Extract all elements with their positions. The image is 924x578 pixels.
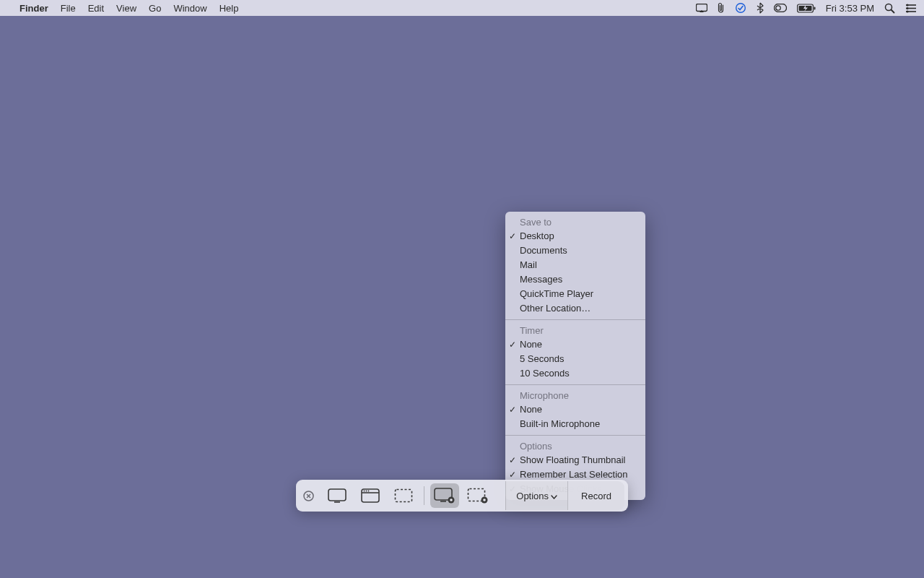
menu-item-label: Mail [520, 259, 537, 270]
menu-item-timer-10s[interactable]: 10 Seconds [505, 366, 645, 381]
screen-mirroring-icon[interactable] [696, 4, 707, 13]
svg-point-32 [483, 499, 486, 501]
record-selection-button[interactable] [463, 483, 492, 508]
menu-section-timer: Timer [505, 324, 645, 337]
svg-point-13 [906, 7, 908, 9]
capture-selection-button[interactable] [389, 483, 418, 508]
svg-rect-30 [468, 489, 485, 501]
menu-item-save-other[interactable]: Other Location… [505, 301, 645, 316]
svg-point-15 [304, 491, 313, 501]
svg-rect-25 [396, 490, 412, 502]
svg-point-14 [906, 10, 908, 12]
bluetooth-icon[interactable] [757, 2, 764, 14]
svg-point-23 [366, 491, 367, 492]
svg-rect-20 [362, 489, 379, 502]
window-icon [361, 488, 380, 503]
menu-file[interactable]: File [61, 3, 76, 14]
menu-section-microphone: Microphone [505, 389, 645, 402]
menubar: Finder File Edit View Go Window Help Fri… [0, 0, 924, 16]
check-icon: ✓ [509, 338, 516, 351]
check-icon: ✓ [509, 403, 516, 416]
svg-rect-26 [435, 488, 452, 500]
options-button[interactable]: Options [505, 481, 567, 510]
menu-divider [505, 435, 645, 436]
svg-rect-0 [696, 4, 707, 11]
toolbar-separator [424, 486, 424, 505]
menu-item-timer-5s[interactable]: 5 Seconds [505, 352, 645, 366]
screenshot-toolbar: Options Record [296, 480, 628, 512]
menu-item-label: 5 Seconds [520, 353, 564, 364]
menu-item-label: Remember Last Selection [520, 469, 628, 480]
menu-item-save-quicktime[interactable]: QuickTime Player [505, 287, 645, 301]
svg-point-31 [481, 497, 488, 504]
menu-divider [505, 319, 645, 320]
svg-point-1 [736, 4, 746, 13]
menu-item-label: None [520, 339, 542, 350]
svg-point-24 [368, 491, 370, 492]
screenshot-options-menu: Save to ✓Desktop Documents Mail Messages… [505, 212, 645, 500]
sync-icon[interactable] [735, 2, 746, 14]
menu-section-save-to: Save to [505, 215, 645, 229]
menu-item-label: None [520, 404, 542, 415]
menu-section-options: Options [505, 439, 645, 453]
menu-item-label: Documents [520, 245, 567, 256]
menu-item-label: Other Location… [520, 303, 590, 314]
menu-item-label: Built-in Microphone [520, 418, 600, 429]
capture-entire-screen-button[interactable] [323, 483, 352, 508]
menu-item-label: 10 Seconds [520, 368, 570, 379]
svg-line-8 [892, 9, 894, 12]
record-label: Record [581, 491, 611, 501]
svg-point-7 [886, 4, 892, 10]
selection-icon [394, 488, 413, 503]
menu-item-floating-thumbnail[interactable]: ✓Show Floating Thumbnail [505, 453, 645, 467]
menu-item-timer-none[interactable]: ✓None [505, 337, 645, 352]
capture-mode-group [318, 483, 422, 508]
svg-line-17 [307, 494, 310, 498]
app-name[interactable]: Finder [19, 3, 48, 14]
menu-item-save-documents[interactable]: Documents [505, 243, 645, 258]
check-icon: ✓ [509, 230, 516, 243]
options-label: Options [516, 491, 549, 501]
svg-point-29 [450, 499, 453, 501]
menu-item-save-desktop[interactable]: ✓Desktop [505, 229, 645, 243]
record-selection-icon [467, 488, 489, 504]
menu-window[interactable]: Window [173, 3, 206, 14]
record-entire-screen-button[interactable] [430, 483, 459, 508]
record-mode-group [426, 483, 497, 508]
menu-item-label: QuickTime Player [520, 288, 593, 299]
svg-point-12 [906, 4, 908, 6]
svg-rect-5 [798, 6, 811, 11]
attachment-icon[interactable] [718, 2, 725, 14]
menu-item-save-mail[interactable]: Mail [505, 258, 645, 272]
control-center-icon[interactable] [774, 4, 787, 12]
spotlight-icon[interactable] [884, 3, 895, 14]
menu-divider [505, 384, 645, 385]
svg-point-22 [364, 491, 365, 492]
capture-window-button[interactable] [356, 483, 385, 508]
notification-center-icon[interactable] [905, 4, 917, 13]
check-icon: ✓ [509, 454, 516, 467]
close-button[interactable] [301, 488, 315, 503]
menu-item-mic-builtin[interactable]: Built-in Microphone [505, 417, 645, 431]
svg-rect-2 [774, 4, 786, 12]
menu-edit[interactable]: Edit [88, 3, 104, 14]
battery-icon[interactable] [797, 4, 816, 13]
svg-point-28 [448, 497, 455, 504]
svg-rect-4 [797, 4, 813, 12]
menubar-right: Fri 3:53 PM [696, 2, 917, 14]
menubar-clock[interactable]: Fri 3:53 PM [826, 3, 874, 14]
svg-line-16 [307, 494, 310, 498]
record-button[interactable]: Record [567, 481, 624, 510]
menu-item-save-messages[interactable]: Messages [505, 272, 645, 287]
menu-go[interactable]: Go [149, 3, 161, 14]
menu-help[interactable]: Help [219, 3, 239, 14]
screen-icon [328, 488, 346, 503]
svg-rect-6 [814, 7, 815, 9]
svg-rect-18 [328, 489, 346, 501]
menubar-left: Finder File Edit View Go Window Help [7, 3, 238, 14]
menu-item-mic-none[interactable]: ✓None [505, 402, 645, 417]
record-screen-icon [434, 488, 456, 504]
chevron-down-icon [551, 491, 557, 501]
menu-item-label: Show Floating Thumbnail [520, 454, 625, 465]
menu-view[interactable]: View [116, 3, 136, 14]
